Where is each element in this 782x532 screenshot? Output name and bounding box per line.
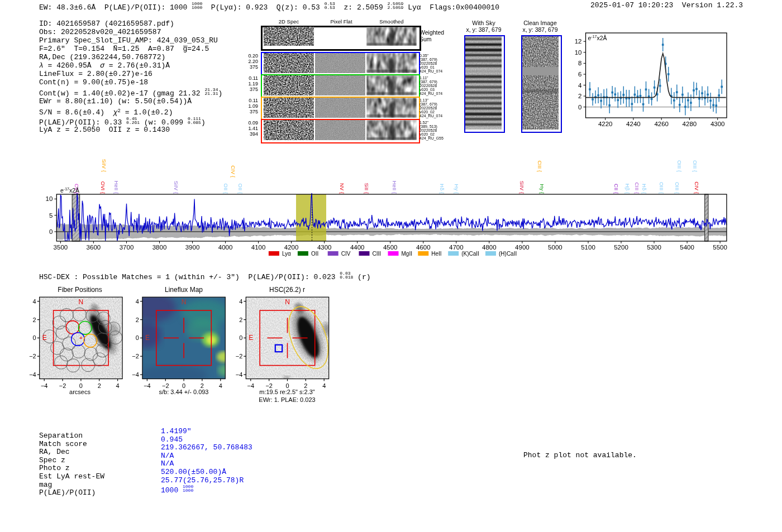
svg-text:2: 2 [33,317,36,323]
svg-text:−4: −4 [144,382,151,389]
svg-text:−2: −2 [265,382,273,389]
svg-text:−4: −4 [236,371,243,378]
svg-text:−4: −4 [132,371,139,378]
svg-text:N: N [182,298,187,306]
svg-text:−2: −2 [162,382,169,389]
svg-text:−4: −4 [247,382,255,389]
svg-text:0: 0 [239,334,242,341]
svg-text:4: 4 [219,382,222,389]
svg-text:2: 2 [304,382,307,389]
svg-text:E: E [145,334,150,342]
svg-text:2: 2 [201,382,204,389]
svg-text:2: 2 [136,317,139,323]
svg-text:N: N [79,298,84,306]
svg-text:4: 4 [136,298,139,305]
svg-text:−2: −2 [29,353,36,360]
svg-text:+: + [79,334,83,341]
svg-text:−2: −2 [132,353,139,360]
svg-text:0: 0 [136,334,139,341]
svg-text:4: 4 [239,298,242,305]
svg-text:−4: −4 [29,371,36,378]
svg-text:−4: −4 [41,382,48,389]
svg-text:−2: −2 [236,353,243,360]
svg-text:N: N [285,298,290,306]
svg-text:2: 2 [239,317,242,323]
svg-text:4: 4 [322,382,326,389]
svg-text:0: 0 [79,382,83,389]
svg-text:2: 2 [98,382,101,389]
svg-text:4: 4 [33,298,36,305]
svg-text:−2: −2 [59,382,66,389]
svg-text:0: 0 [182,382,185,389]
svg-text:0: 0 [33,334,36,341]
svg-text:E: E [249,334,253,342]
svg-text:0: 0 [285,382,289,389]
svg-text:4: 4 [116,382,120,389]
svg-text:E: E [42,334,47,342]
